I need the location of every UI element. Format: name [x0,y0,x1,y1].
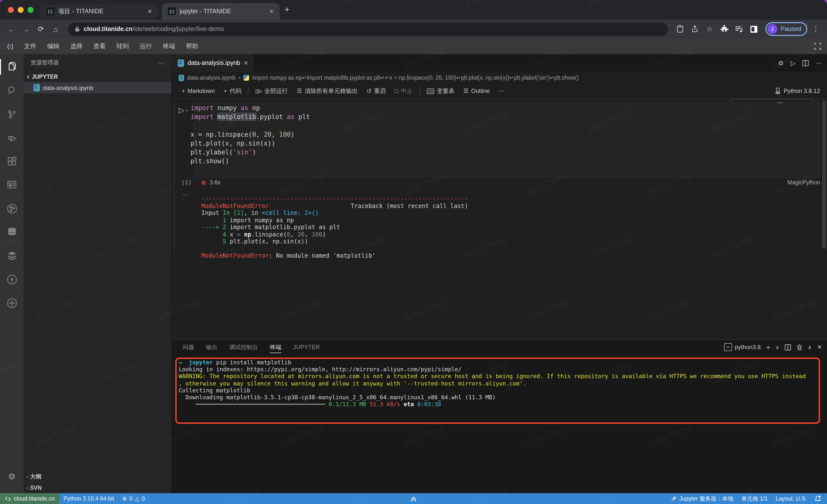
close-window-button[interactable] [8,7,14,13]
clear-outputs-button[interactable]: ☰清除所有单元格输出 [293,87,362,95]
editor-tab-notebook[interactable]: data-analysis.ipynb ✕ [172,54,254,72]
panel-tab-output[interactable]: 输出 [200,340,224,354]
browser-tab-jupyter[interactable]: ⟨t⟩ jupyter - TITANIDE ✕ [162,3,280,20]
browser-menu-icon[interactable]: ⋮ [809,24,822,34]
extensions-icon[interactable] [0,150,23,173]
window-controls[interactable] [0,7,40,13]
cell-focus-bar[interactable] [174,105,174,252]
menu-edit[interactable]: 编辑 [42,42,65,50]
bookmark-star-icon[interactable]: ☆ [703,24,716,34]
lightning-icon[interactable] [0,268,23,291]
terminal-output[interactable]: → jupyter pip install matplotlibLooking … [179,359,806,408]
compass-arrows-icon[interactable] [0,291,23,315]
share-icon[interactable] [688,25,701,33]
add-markdown-button[interactable]: +Markdown [178,88,219,95]
playlist-icon[interactable] [733,25,745,33]
search-icon[interactable] [0,79,23,102]
clipboard-icon[interactable] [674,25,686,33]
breadcrumb-cell-preview[interactable]: import numpy as np↵import matplotlib.pyp… [252,74,579,81]
split-terminal-icon[interactable] [785,344,791,350]
profile-badge[interactable]: J Paused [765,22,807,36]
fullscreen-icon[interactable] [814,43,821,50]
file-item-notebook[interactable]: data-analysis.ipynb [23,82,171,94]
forward-icon[interactable]: → [20,25,33,33]
terminal-icon: > [724,343,732,351]
menu-view[interactable]: 查看 [88,42,111,50]
close-panel-icon[interactable]: ✕ [817,344,822,351]
breadcrumb[interactable]: data-analysis.ipynb › import numpy as np… [172,72,827,83]
editor-more-icon[interactable]: ⋯ [816,59,822,67]
menu-help[interactable]: 帮助 [181,42,204,50]
split-editor-icon[interactable] [802,60,809,66]
minimize-window-button[interactable] [18,7,23,13]
menu-file[interactable]: 文件 [19,42,42,50]
reload-icon[interactable]: ⟳ [35,24,47,34]
terminal-instance[interactable]: > python3.8 [724,343,761,351]
panel-tab-jupyter[interactable]: JUPYTER [287,340,326,354]
zoom-window-button[interactable] [28,7,34,13]
notebook-file-icon [179,74,184,81]
cell-position[interactable]: 单元格 1/1 [737,495,772,502]
terminal-body[interactable]: → jupyter pip install matplotlibLooking … [172,354,827,493]
toolbar-more-icon[interactable]: ⋯ [495,88,508,95]
jupyter-server-status[interactable]: Jupyter 服务器：本地 [667,495,737,502]
close-editor-tab-icon[interactable]: ✕ [244,60,248,66]
preview-window-icon[interactable] [0,173,23,197]
home-icon[interactable]: ⌂ [49,25,62,33]
source-control-icon[interactable] [0,102,23,126]
git-graph-circle-icon[interactable] [0,197,23,220]
kill-terminal-icon[interactable] [796,344,802,350]
panel-tab-problems[interactable]: 问题 [177,340,200,354]
settings-gear-icon[interactable]: ⚙ [0,465,23,488]
close-tab-icon[interactable]: ✕ [269,8,274,14]
workspace-section[interactable]: ∨ JUPYTER [23,71,171,82]
restart-kernel-button[interactable]: ↺重启 [362,87,390,95]
notifications-bell-icon[interactable] [811,495,827,502]
menu-selection[interactable]: 选择 [65,42,88,50]
explorer-icon[interactable] [0,55,23,79]
expand-panel-chevrons[interactable] [410,493,417,504]
maximize-panel-icon[interactable]: ∧ [808,344,812,350]
breadcrumb-file[interactable]: data-analysis.ipynb [187,75,236,80]
terminal-dropdown-icon[interactable]: ∨ [776,344,779,350]
svn-section[interactable]: › SVN [23,482,171,493]
python-version[interactable]: Python 3.10.4 64-bit [59,496,118,502]
outline-section[interactable]: › 大纲 [23,470,171,482]
run-cell-button[interactable]: ▷∨ [179,106,188,115]
menu-terminal[interactable]: 终端 [157,42,181,50]
database-icon[interactable] [0,220,23,244]
panel-tab-terminal[interactable]: 终端 [264,340,288,354]
panel-tab-debug-console[interactable]: 调试控制台 [224,340,264,354]
language-mode[interactable]: MagicPython [787,179,820,185]
sidebar-actions-icon[interactable]: ⋯ [159,59,164,66]
editor-area: data-analysis.ipynb ✕ ⚙ ▷ ⋯ data-analy [172,54,827,493]
variables-button[interactable]: (x)变量表 [423,87,458,95]
menu-run[interactable]: 运行 [134,42,157,50]
menu-goto[interactable]: 转到 [111,42,134,50]
close-tab-icon[interactable]: ✕ [148,8,152,14]
notebook-settings-gear-icon[interactable]: ⚙ [778,59,784,67]
new-terminal-icon[interactable]: + [766,343,770,351]
outline-icon: ☰ [464,88,469,95]
run-all-icon[interactable]: ▷ [790,59,795,67]
redis-stack-icon[interactable] [0,244,23,268]
back-icon[interactable]: ← [5,25,18,33]
avatar: J [767,24,777,34]
interrupt-button[interactable]: □中止 [391,87,417,95]
keyboard-layout[interactable]: Layout: U.S. [772,496,811,502]
address-bar[interactable]: cloud.titanide.cn/ide/web/coding/jupyter… [68,22,668,36]
extensions-puzzle-icon[interactable] [718,25,731,33]
browser-tab-project[interactable]: ⟨t⟩ 项目 - TITANIDE ✕ [40,4,158,18]
run-all-button[interactable]: ▷▷全部运行 [252,87,292,95]
side-panel-icon[interactable] [747,25,760,33]
remote-indicator[interactable]: cloud.titanide.cn [0,493,59,504]
outline-button[interactable]: ☰Outline [459,88,494,95]
cell-code[interactable]: import numpy as npimport matplotlib.pypl… [191,104,310,166]
add-code-button[interactable]: +代码 [220,87,245,95]
problems-indicator[interactable]: ⊗ 0 △ 0 [118,495,149,502]
run-debug-icon[interactable] [0,126,23,150]
editor-scrollbar[interactable] [822,101,826,248]
output-gutter-icon[interactable]: ⋯ [183,191,189,198]
kernel-picker[interactable]: Python 3.8.12 [775,88,820,95]
new-tab-button[interactable]: + [285,5,289,15]
